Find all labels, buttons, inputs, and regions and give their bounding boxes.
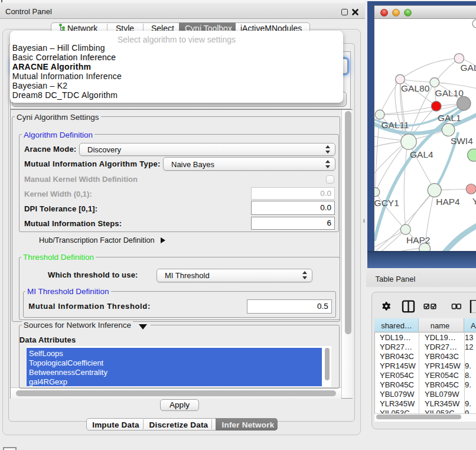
- svg-text:HAP4: HAP4: [436, 197, 460, 207]
- svg-text:HAP2: HAP2: [406, 235, 431, 245]
- svg-text:GAL80: GAL80: [401, 83, 430, 93]
- svg-text:GAL10: GAL10: [435, 88, 464, 98]
- svg-text:GAL4: GAL4: [410, 149, 433, 159]
- svg-text:GAL2: GAL2: [461, 63, 476, 73]
- svg-text:GAL11: GAL11: [382, 120, 409, 130]
- svg-text:GCY1: GCY1: [374, 198, 399, 208]
- svg-text:GAL1: GAL1: [438, 113, 461, 123]
- svg-text:Y: Y: [472, 196, 476, 206]
- svg-text:SWI4: SWI4: [451, 136, 473, 146]
